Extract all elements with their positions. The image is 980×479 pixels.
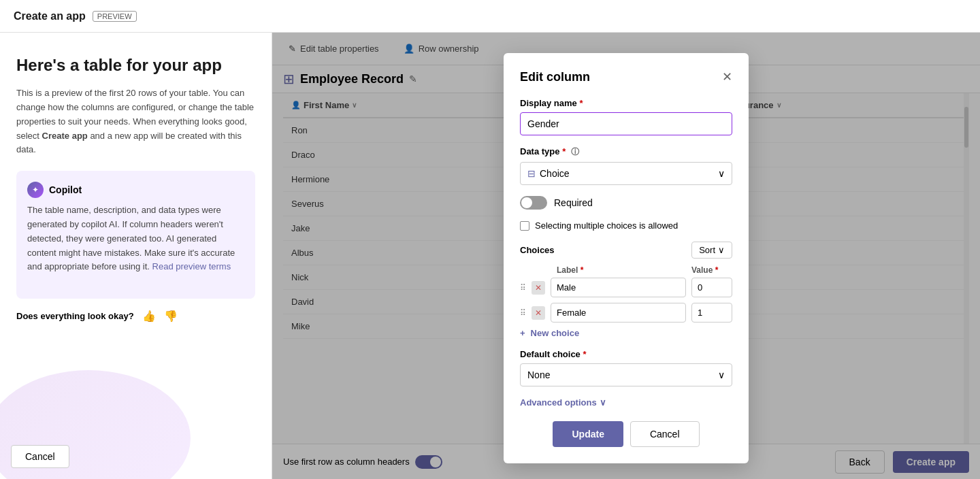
choice-label-input-male[interactable]	[551, 278, 686, 297]
copilot-text: The table name, description, and data ty…	[27, 203, 244, 274]
chevron-down-icon: ∨	[718, 168, 725, 179]
default-chevron-icon: ∨	[718, 369, 725, 380]
default-choice-section: Default choice * None ∨	[520, 349, 732, 386]
swatch-x-icon: ✕	[535, 308, 542, 318]
advanced-options-label: Advanced options	[520, 397, 597, 408]
swatch-x-icon: ✕	[535, 283, 542, 293]
multiple-choices-row: Selecting multiple choices is allowed	[520, 220, 732, 231]
display-name-label: Display name *	[520, 98, 732, 108]
value-col-header: Value *	[691, 265, 732, 275]
default-choice-value: None	[527, 369, 550, 380]
update-button[interactable]: Update	[553, 421, 623, 447]
default-choice-select[interactable]: None ∨	[520, 363, 732, 386]
drag-handle-icon[interactable]: ⠿	[520, 308, 526, 318]
close-icon[interactable]: ✕	[722, 69, 732, 84]
default-choice-label: Default choice *	[520, 349, 732, 359]
advanced-options-btn[interactable]: Advanced options ∨	[520, 397, 732, 408]
choice-row-female: ⠿ ✕	[520, 303, 732, 323]
edit-column-modal: Edit column ✕ Display name * Data type *	[504, 53, 749, 463]
copilot-icon: ✦	[27, 182, 44, 198]
modal-header: Edit column ✕	[520, 69, 732, 84]
sort-button[interactable]: Sort ∨	[691, 242, 732, 259]
copilot-header: ✦ Copilot	[27, 182, 244, 198]
app-title: Create an app	[14, 10, 86, 22]
preview-badge: PREVIEW	[93, 11, 137, 22]
new-choice-btn[interactable]: + New choice	[520, 328, 732, 338]
panel-heading: Here's a table for your app	[16, 54, 255, 76]
data-type-field: Data type * ⓘ ⊟ Choice ∨	[520, 146, 732, 185]
choices-col-headers: Label * Value *	[520, 265, 732, 275]
display-name-input[interactable]	[520, 112, 732, 135]
choice-value-input-male[interactable]	[691, 278, 732, 297]
modal-title: Edit column	[520, 70, 590, 84]
data-type-label: Data type * ⓘ	[520, 146, 732, 158]
multiple-choices-checkbox[interactable]	[520, 221, 529, 231]
new-choice-label: New choice	[531, 328, 580, 338]
choice-icon: ⊟	[527, 168, 536, 179]
panel-description: This is a preview of the first 20 rows o…	[16, 86, 255, 157]
required-toggle-knob	[521, 197, 532, 208]
feedback-question: Does everything look okay?	[16, 311, 134, 321]
left-panel: Here's a table for your app This is a pr…	[0, 33, 272, 479]
copilot-box: ✦ Copilot The table name, description, a…	[16, 171, 255, 299]
info-icon[interactable]: ⓘ	[571, 147, 579, 156]
advanced-chevron-icon: ∨	[600, 397, 606, 408]
drag-handle-icon[interactable]: ⠿	[520, 283, 526, 293]
sort-chevron-icon: ∨	[718, 245, 725, 255]
label-col-header: Label *	[557, 265, 686, 275]
cancel-area: Cancel	[11, 445, 261, 468]
modal-footer: Update Cancel	[520, 421, 732, 447]
choices-label: Choices	[520, 245, 555, 255]
choice-row-male: ⠿ ✕	[520, 278, 732, 297]
data-type-value: Choice	[540, 168, 570, 179]
copilot-title: Copilot	[49, 184, 82, 195]
choices-header: Choices Sort ∨	[520, 242, 732, 259]
plus-icon: +	[520, 328, 525, 338]
thumbs-up-icon[interactable]: 👍	[142, 310, 156, 323]
cancel-button[interactable]: Cancel	[11, 445, 69, 468]
right-panel: ✎ Edit table properties 👤 Row ownership …	[272, 33, 980, 479]
sort-label: Sort	[699, 245, 715, 255]
preview-terms-link[interactable]: Read preview terms	[152, 261, 231, 271]
color-swatch-male[interactable]: ✕	[532, 281, 545, 295]
modal-cancel-button[interactable]: Cancel	[630, 421, 700, 447]
color-swatch-female[interactable]: ✕	[532, 306, 545, 320]
required-row: Required	[520, 196, 732, 210]
choice-value-input-female[interactable]	[691, 303, 732, 323]
required-label: Required	[554, 197, 593, 208]
required-toggle[interactable]	[520, 196, 547, 210]
thumbs-down-icon[interactable]: 👎	[164, 310, 178, 323]
feedback-row: Does everything look okay? 👍 👎	[16, 310, 255, 323]
choice-label-input-female[interactable]	[551, 303, 686, 323]
multiple-choices-label: Selecting multiple choices is allowed	[535, 220, 678, 231]
display-name-field: Display name *	[520, 98, 732, 146]
data-type-select[interactable]: ⊟ Choice ∨	[520, 162, 732, 185]
top-bar: Create an app PREVIEW	[0, 0, 980, 33]
